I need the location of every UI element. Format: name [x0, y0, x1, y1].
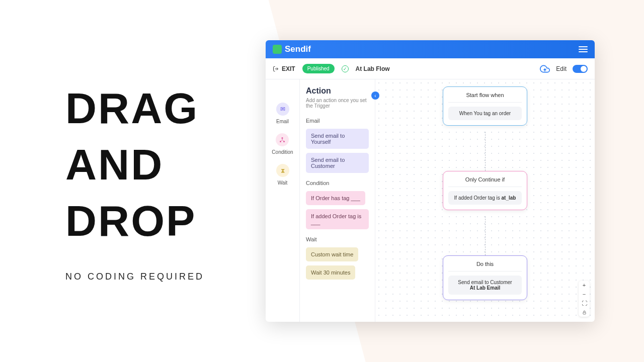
action-sidebar: ✉ Email Condition ⧗ Wait Action Add an a… [266, 79, 375, 322]
svg-point-0 [282, 137, 283, 139]
zoom-in-button[interactable]: + [579, 281, 590, 290]
node-body: Send email to CustomerAt Lab Email [448, 276, 522, 295]
action-if-order-has-tag[interactable]: If Order has tag ___ [306, 191, 365, 205]
logo-icon [273, 45, 282, 54]
node-header: Start flow when [448, 92, 522, 103]
node-action[interactable]: Do this Send email to CustomerAt Lab Ema… [443, 255, 527, 300]
exit-icon [273, 66, 279, 72]
connector [485, 216, 486, 255]
flow-canvas[interactable]: Start flow when When You tag an order On… [375, 79, 595, 322]
node-trigger[interactable]: Start flow when When You tag an order [443, 86, 527, 126]
menu-icon[interactable] [579, 46, 588, 52]
sidebar-item-wait[interactable]: ⧗ Wait [276, 164, 289, 186]
collapse-sidebar-button[interactable]: ‹ [371, 92, 379, 100]
sidebar-item-email[interactable]: ✉ Email [276, 103, 289, 124]
node-condition[interactable]: Only Continue if If added Order tag is a… [443, 171, 527, 210]
panel-subtitle: Add an action once you set the Trigger [306, 98, 369, 109]
email-icon: ✉ [276, 103, 289, 116]
lock-icon [582, 310, 587, 315]
app-window: Sendif EXIT Published ✓ At Lab Flow Edit… [266, 40, 595, 322]
action-if-added-tag-is[interactable]: If added Order tag is ___ [306, 209, 369, 229]
panel-title: Action [306, 86, 369, 96]
node-header: Do this [448, 261, 522, 272]
wait-icon: ⧗ [276, 164, 289, 177]
svg-rect-3 [583, 312, 585, 314]
connector [485, 132, 486, 171]
lock-button[interactable] [579, 308, 590, 317]
toolbar: EXIT Published ✓ At Lab Flow Edit [266, 58, 595, 79]
section-wait-label: Wait [306, 236, 369, 242]
zoom-out-button[interactable]: − [579, 290, 590, 299]
cloud-save-icon[interactable] [540, 64, 550, 74]
edit-label: Edit [556, 65, 567, 72]
node-header: Only Continue if [448, 176, 522, 187]
hero-subtitle: NO CODING REQUIRED [65, 272, 204, 282]
action-custom-wait[interactable]: Custom wait time [306, 247, 358, 261]
node-body: When You tag an order [448, 107, 522, 120]
hero-text: DRAG AND DROP NO CODING REQUIRED [65, 80, 204, 282]
hero-title: DRAG AND DROP [65, 80, 204, 249]
fit-button[interactable]: ⛶ [579, 299, 590, 308]
section-condition-label: Condition [306, 180, 369, 186]
check-icon: ✓ [342, 65, 349, 72]
section-email-label: Email [306, 118, 369, 124]
flow-name: At Lab Flow [356, 65, 390, 72]
node-body: If added Order tag is at_lab [448, 191, 522, 205]
edit-toggle[interactable] [573, 65, 588, 73]
exit-button[interactable]: EXIT [273, 65, 295, 72]
brand-logo[interactable]: Sendif [273, 44, 311, 54]
action-send-email-yourself[interactable]: Send email to Yourself [306, 129, 369, 149]
zoom-controls: + − ⛶ [579, 281, 590, 317]
condition-icon [276, 133, 289, 146]
app-header: Sendif [266, 40, 595, 58]
action-send-email-customer[interactable]: Send email to Customer [306, 153, 369, 173]
sidebar-item-condition[interactable]: Condition [272, 133, 293, 155]
action-wait-30[interactable]: Wait 30 minutes [306, 265, 355, 280]
published-badge: Published [302, 64, 335, 73]
